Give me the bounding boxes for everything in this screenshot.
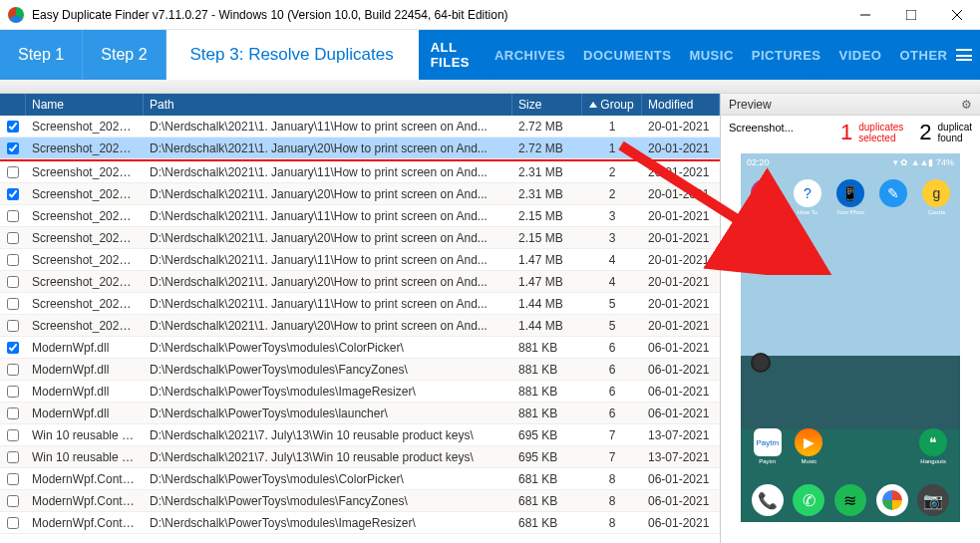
cell-name: ModernWpf.Controls....: [26, 516, 144, 530]
table-row[interactable]: ModernWpf.Controls....D:\Nerdschalk\Powe…: [0, 468, 720, 490]
table-row[interactable]: Win 10 reusable pro...D:\Nerdschalk\2021…: [0, 424, 720, 446]
cell-name: Screenshot_202101...: [26, 120, 144, 134]
row-checkbox[interactable]: [7, 517, 19, 529]
cell-group: 4: [582, 253, 642, 267]
cell-size: 1.47 MB: [512, 253, 582, 267]
preview-pane: Preview ⚙ Screenshot... 1 duplicatessele…: [721, 94, 980, 543]
row-checkbox[interactable]: [7, 121, 19, 133]
table-row[interactable]: ModernWpf.Controls....D:\Nerdschalk\Powe…: [0, 512, 720, 534]
row-checkbox[interactable]: [7, 142, 19, 154]
cell-name: ModernWpf.dll: [26, 407, 144, 420]
cell-group: 2: [582, 187, 642, 201]
table-row[interactable]: Screenshot_202101...D:\Nerdschalk\2021\1…: [0, 183, 720, 205]
cell-group: 5: [582, 319, 642, 333]
table-row[interactable]: Screenshot_202101...D:\Nerdschalk\2021\1…: [0, 227, 720, 249]
cell-path: D:\Nerdschalk\PowerToys\modules\ColorPic…: [144, 472, 512, 486]
cell-group: 8: [582, 472, 642, 486]
row-checkbox[interactable]: [7, 298, 19, 310]
row-checkbox[interactable]: [7, 495, 19, 507]
sort-asc-icon: [589, 102, 597, 108]
row-checkbox[interactable]: [7, 232, 19, 244]
table-row[interactable]: Win 10 reusable pro...D:\Nerdschalk\2021…: [0, 446, 720, 468]
cell-group: 7: [582, 450, 642, 464]
cell-group: 6: [582, 385, 642, 399]
window-title: Easy Duplicate Finder v7.11.0.27 - Windo…: [32, 8, 508, 22]
hamburger-menu[interactable]: [947, 30, 980, 80]
close-button[interactable]: [934, 0, 980, 30]
table-row[interactable]: Screenshot_202101...D:\Nerdschalk\2021\1…: [0, 116, 720, 137]
cell-modified: 06-01-2021: [642, 494, 720, 508]
table-row[interactable]: Screenshot_202101...D:\Nerdschalk\2021\1…: [0, 315, 720, 337]
table-row[interactable]: Screenshot_202101...D:\Nerdschalk\2021\1…: [0, 205, 720, 227]
cell-group: 1: [582, 120, 642, 134]
col-path[interactable]: Path: [144, 94, 512, 116]
table-row[interactable]: Screenshot_202101...D:\Nerdschalk\2021\1…: [0, 249, 720, 271]
ribbon-bar: Step 1 Step 2 Step 3: Resolve Duplicates…: [0, 30, 980, 80]
col-name[interactable]: Name: [26, 94, 144, 116]
cell-name: Screenshot_202101...: [26, 209, 144, 223]
table-row[interactable]: ModernWpf.Controls....D:\Nerdschalk\Powe…: [0, 490, 720, 512]
row-checkbox[interactable]: [7, 276, 19, 288]
row-checkbox[interactable]: [7, 342, 19, 354]
results-grid: Name Path Size Group Modified Screenshot…: [0, 94, 721, 543]
cell-size: 1.44 MB: [512, 297, 582, 311]
minimize-button[interactable]: [842, 0, 888, 30]
cell-name: Screenshot_202101...: [26, 253, 144, 267]
cell-path: D:\Nerdschalk\2021\1. January\11\How to …: [144, 297, 512, 311]
row-checkbox[interactable]: [7, 188, 19, 200]
tab-step1[interactable]: Step 1: [0, 30, 83, 80]
cell-group: 8: [582, 494, 642, 508]
col-size[interactable]: Size: [512, 94, 582, 116]
cell-modified: 20-01-2021: [642, 141, 720, 155]
table-row[interactable]: Screenshot_202101...D:\Nerdschalk\2021\1…: [0, 161, 720, 183]
filter-documents[interactable]: Documents: [583, 48, 671, 63]
row-checkbox[interactable]: [7, 364, 19, 376]
cell-path: D:\Nerdschalk\2021\1. January\20\How to …: [144, 187, 512, 201]
cell-modified: 20-01-2021: [642, 319, 720, 333]
filter-video[interactable]: Video: [839, 48, 882, 63]
cell-modified: 13-07-2021: [642, 450, 720, 464]
duplicates-selected-count: 1: [840, 122, 852, 143]
table-row[interactable]: Screenshot_202101...D:\Nerdschalk\2021\1…: [0, 293, 720, 315]
row-checkbox[interactable]: [7, 451, 19, 463]
cell-modified: 06-01-2021: [642, 516, 720, 530]
row-checkbox[interactable]: [7, 386, 19, 398]
row-checkbox[interactable]: [7, 407, 19, 419]
grid-body[interactable]: Screenshot_202101...D:\Nerdschalk\2021\1…: [0, 116, 720, 543]
cell-name: Screenshot_202101...: [26, 319, 144, 333]
table-row[interactable]: Screenshot_202101...D:\Nerdschalk\2021\1…: [0, 271, 720, 293]
col-checkbox[interactable]: [0, 94, 26, 116]
row-checkbox[interactable]: [7, 429, 19, 441]
tab-step3[interactable]: Step 3: Resolve Duplicates: [166, 30, 419, 80]
cell-modified: 06-01-2021: [642, 407, 720, 420]
table-row[interactable]: ModernWpf.dllD:\Nerdschalk\PowerToys\mod…: [0, 359, 720, 381]
row-checkbox[interactable]: [7, 254, 19, 266]
preview-image: 02:20▾ ✿ ▲▲▮ 74% Instagram ?How To 📱Your…: [741, 153, 960, 522]
cell-modified: 20-01-2021: [642, 297, 720, 311]
cell-path: D:\Nerdschalk\PowerToys\modules\FancyZon…: [144, 363, 512, 377]
cell-modified: 06-01-2021: [642, 385, 720, 399]
preview-settings-icon[interactable]: ⚙: [961, 98, 972, 112]
row-checkbox[interactable]: [7, 320, 19, 332]
filter-pictures[interactable]: Pictures: [752, 48, 821, 63]
cell-group: 2: [582, 165, 642, 179]
row-checkbox[interactable]: [7, 210, 19, 222]
tab-step2[interactable]: Step 2: [83, 30, 165, 80]
row-checkbox[interactable]: [7, 166, 19, 178]
table-row[interactable]: Screenshot_202101...D:\Nerdschalk\2021\1…: [0, 137, 720, 159]
filter-archives[interactable]: Archives: [494, 48, 565, 63]
filter-music[interactable]: Music: [689, 48, 733, 63]
table-row[interactable]: ModernWpf.dllD:\Nerdschalk\PowerToys\mod…: [0, 337, 720, 359]
row-checkbox[interactable]: [7, 473, 19, 485]
col-modified[interactable]: Modified: [642, 94, 720, 116]
cell-modified: 20-01-2021: [642, 253, 720, 267]
maximize-button[interactable]: [888, 0, 934, 30]
table-row[interactable]: ModernWpf.dllD:\Nerdschalk\PowerToys\mod…: [0, 381, 720, 403]
filter-other[interactable]: Other: [899, 48, 947, 63]
app-icon: [8, 7, 24, 23]
cell-path: D:\Nerdschalk\2021\1. January\20\How to …: [144, 319, 512, 333]
table-row[interactable]: ModernWpf.dllD:\Nerdschalk\PowerToys\mod…: [0, 403, 720, 424]
cell-size: 2.31 MB: [512, 187, 582, 201]
filter-all[interactable]: All Files: [431, 40, 477, 70]
col-group[interactable]: Group: [582, 94, 642, 116]
